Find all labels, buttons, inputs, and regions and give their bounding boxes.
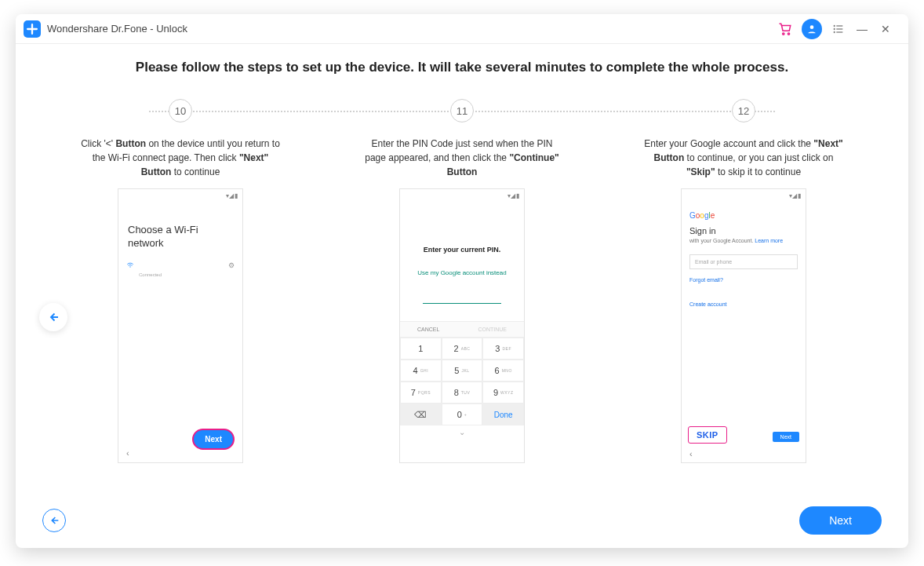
steps-row: 10 Click '<' Button on the device until … [39, 99, 885, 463]
email-field: Email or phone [689, 254, 798, 269]
phone-screen-title: Choose a Wi-Fi network [118, 189, 242, 254]
phone-mock-google-signin: ▾◢▮ Google Sign in with your Google Acco… [681, 188, 806, 463]
close-button[interactable]: ✕ [874, 17, 897, 41]
svg-point-0 [783, 32, 784, 34]
app-logo-icon [24, 20, 41, 38]
svg-point-7 [834, 31, 835, 32]
status-bar-icons: ▾◢▮ [789, 192, 802, 199]
footer: Next [16, 493, 908, 548]
key-6: 6MNO [482, 360, 524, 382]
phone-back-chevron: ‹ [126, 448, 129, 458]
keypad-collapse-icon: ⌄ [400, 425, 524, 439]
google-logo: Google [689, 211, 798, 220]
back-button[interactable] [42, 509, 66, 532]
key-2: 2ABC [442, 338, 483, 360]
titlebar: Wondershare Dr.Fone - Unlock — ✕ [16, 14, 908, 44]
pin-continue: CONTINUE [478, 327, 507, 332]
step-description: Enter your Google account and click the … [626, 137, 861, 179]
gear-icon: ⚙ [228, 261, 235, 269]
minimize-button[interactable]: — [850, 17, 874, 41]
signin-heading: Sign in [689, 226, 798, 236]
status-bar-icons: ▾◢▮ [507, 192, 520, 199]
key-done: Done [482, 404, 524, 425]
phone-mock-wifi: ▾◢▮ Choose a Wi-Fi network ⚙ Connected N… [118, 188, 243, 463]
status-bar-icons: ▾◢▮ [226, 192, 238, 199]
key-1: 1 [400, 338, 442, 360]
instruction-text: Please follow the steps to set up the de… [39, 60, 885, 75]
key-4: 4GHI [400, 360, 442, 382]
phone-skip-button-highlighted: SKIP [688, 426, 727, 444]
account-icon[interactable] [802, 19, 822, 39]
step-10: 10 Click '<' Button on the device until … [63, 99, 298, 463]
step-11: 11 Enter the PIN Code just send when the… [344, 99, 580, 463]
svg-point-3 [834, 25, 835, 26]
cart-icon[interactable] [773, 17, 797, 41]
wifi-network-row: ⚙ [118, 254, 242, 272]
forgot-email-link: Forgot email? [689, 277, 798, 283]
google-signin-panel: Google Sign in with your Google Account.… [682, 189, 806, 307]
menu-list-icon[interactable] [827, 17, 850, 41]
key-9: 9WXYZ [482, 382, 524, 404]
svg-point-1 [788, 32, 789, 34]
learn-more-link: Learn more [755, 238, 783, 243]
app-window: Wondershare Dr.Fone - Unlock — ✕ Please … [16, 14, 908, 548]
phone-back-chevron: ‹ [689, 449, 693, 458]
phone-next-button: Next [773, 432, 799, 442]
phone-mock-pin: ▾◢▮ Enter your current PIN. Use my Googl… [399, 188, 525, 463]
window-title: Wondershare Dr.Fone - Unlock [47, 23, 187, 35]
step-12: 12 Enter your Google account and click t… [626, 99, 861, 463]
wifi-icon [126, 261, 134, 269]
wifi-status-label: Connected [118, 272, 242, 277]
key-5: 5JKL [442, 360, 483, 382]
key-3: 3DEF [482, 338, 524, 360]
key-7: 7PQRS [400, 382, 442, 404]
key-backspace: ⌫ [400, 404, 442, 425]
svg-point-2 [810, 25, 814, 29]
phone-next-button-highlighted: Next [192, 429, 235, 450]
pin-cancel: CANCEL [417, 327, 439, 332]
pin-title: Enter your current PIN. [400, 189, 524, 254]
step-number-badge: 10 [169, 99, 192, 122]
step-description: Enter the PIN Code just send when the PI… [344, 137, 580, 179]
signin-subtext: with your Google Account. Learn more [689, 238, 798, 243]
pin-input-underline [423, 303, 501, 304]
content-area: Please follow the steps to set up the de… [16, 44, 908, 493]
google-account-link: Use my Google account instead [400, 269, 524, 276]
key-8: 8TUV [442, 382, 483, 404]
svg-point-5 [834, 28, 835, 29]
step-description: Click '<' Button on the device until you… [63, 137, 298, 179]
step-number-badge: 11 [450, 99, 474, 122]
next-button[interactable]: Next [799, 506, 882, 535]
create-account-link: Create account [689, 301, 798, 307]
key-0: 0+ [442, 404, 483, 425]
pin-action-row: CANCEL CONTINUE [400, 321, 524, 338]
step-number-badge: 12 [732, 99, 755, 122]
pin-keypad: 1 2ABC 3DEF 4GHI 5JKL 6MNO 7PQRS 8TUV 9W… [400, 338, 524, 425]
